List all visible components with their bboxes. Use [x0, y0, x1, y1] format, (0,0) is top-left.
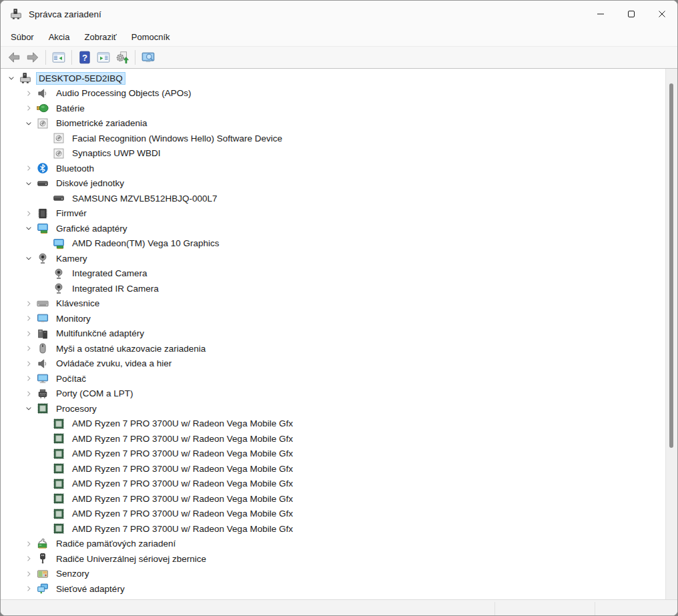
statusbar	[1, 599, 677, 616]
chevron-collapsed-icon[interactable]	[21, 553, 37, 565]
cpu-icon	[53, 508, 65, 519]
tree-item[interactable]: Audio Processing Objects (APOs)	[1, 86, 665, 101]
tree-item-label: AMD Ryzen 7 PRO 3700U w/ Radeon Vega Mob…	[69, 463, 296, 475]
tree-item[interactable]: Integrated Camera	[1, 266, 665, 282]
tree-item[interactable]: Procesory	[1, 401, 665, 416]
arrow-left-icon	[7, 50, 21, 65]
tree-item[interactable]: Grafické adaptéry	[1, 221, 665, 236]
vertical-scrollbar[interactable]	[665, 69, 677, 599]
tree-item[interactable]: DESKTOP-5ED2IBQ	[1, 71, 665, 86]
toolbar-toggle-console-tree-button[interactable]	[49, 49, 68, 66]
chevron-spacer	[37, 238, 53, 249]
audio-icon	[37, 358, 49, 369]
tree-item[interactable]: Bluetooth	[1, 161, 665, 176]
tree-item-label: AMD Ryzen 7 PRO 3700U w/ Radeon Vega Mob…	[69, 432, 296, 445]
help-icon: ?	[77, 50, 92, 65]
chevron-collapsed-icon[interactable]	[21, 388, 37, 399]
toolbar-show-action-pane-button[interactable]	[94, 49, 113, 66]
chevron-collapsed-icon[interactable]	[21, 373, 37, 384]
tree-item-label: SAMSUNG MZVLB512HBJQ-000L7	[69, 192, 220, 205]
toolbar-separator	[135, 50, 135, 65]
maximize-button[interactable]	[616, 1, 647, 27]
chevron-collapsed-icon[interactable]	[21, 87, 37, 99]
toolbar-forward-button[interactable]	[23, 49, 42, 66]
chevron-expanded-icon[interactable]	[21, 117, 37, 129]
chevron-collapsed-icon[interactable]	[21, 313, 37, 324]
tree-item[interactable]: Senzory	[1, 567, 665, 582]
chevron-expanded-icon[interactable]	[21, 253, 37, 264]
action-pane-icon	[96, 50, 111, 65]
chevron-expanded-icon[interactable]	[21, 178, 37, 189]
tree-item[interactable]: Facial Recognition (Windows Hello) Softw…	[1, 131, 665, 146]
tree-item[interactable]: AMD Ryzen 7 PRO 3700U w/ Radeon Vega Mob…	[1, 521, 665, 537]
tree-item[interactable]: Synaptics UWP WBDI	[1, 146, 665, 162]
chevron-collapsed-icon[interactable]	[21, 328, 37, 339]
tree-item-label: Audio Processing Objects (APOs)	[53, 87, 194, 99]
camera-icon	[53, 283, 65, 294]
toolbar-update-driver-button[interactable]	[113, 49, 131, 66]
cpu-icon	[53, 493, 65, 505]
menu-subor[interactable]: Súbor	[3, 30, 41, 44]
tree-item[interactable]: AMD Ryzen 7 PRO 3700U w/ Radeon Vega Mob…	[1, 507, 665, 522]
tree-item[interactable]: Sieťové adaptéry	[1, 581, 665, 597]
chevron-collapsed-icon[interactable]	[21, 208, 37, 219]
device-manager-app-icon	[10, 8, 22, 20]
tree-item-label: Ovládače zvuku, videa a hier	[53, 357, 174, 370]
chevron-expanded-icon[interactable]	[21, 403, 37, 414]
tree-item-label: Senzory	[53, 567, 92, 580]
toolbar-back-button[interactable]	[5, 49, 23, 66]
chevron-collapsed-icon[interactable]	[21, 103, 37, 114]
tree-item-label: Počítač	[53, 372, 89, 385]
network-icon	[37, 583, 49, 595]
camera-icon	[53, 268, 65, 279]
menu-zobrazit[interactable]: Zobraziť	[77, 30, 124, 44]
tree-item[interactable]: Monitory	[1, 311, 665, 326]
tree-item[interactable]: Diskové jednotky	[1, 176, 665, 192]
audio-icon	[37, 87, 49, 99]
tree-item[interactable]: AMD Ryzen 7 PRO 3700U w/ Radeon Vega Mob…	[1, 491, 665, 507]
chevron-expanded-icon[interactable]	[21, 223, 37, 234]
tree-item[interactable]: SAMSUNG MZVLB512HBJQ-000L7	[1, 191, 665, 206]
chevron-collapsed-icon[interactable]	[21, 538, 37, 549]
sensor-icon	[37, 568, 49, 579]
tree-item[interactable]: AMD Ryzen 7 PRO 3700U w/ Radeon Vega Mob…	[1, 477, 665, 492]
device-manager-window: Správca zariadení SúborAkciaZobraziťPomo…	[0, 0, 678, 616]
tree-item[interactable]: AMD Ryzen 7 PRO 3700U w/ Radeon Vega Mob…	[1, 431, 665, 446]
tree-item[interactable]: Porty (COM a LPT)	[1, 386, 665, 402]
scrollbar-thumb[interactable]	[669, 83, 673, 448]
tree-item-label: Myši a ostatné ukazovacie zariadenia	[53, 342, 208, 355]
chevron-expanded-icon[interactable]	[3, 73, 19, 84]
tree-item[interactable]: Radiče Univerzálnej sériovej zbernice	[1, 551, 665, 567]
tree-item[interactable]: Myši a ostatné ukazovacie zariadenia	[1, 341, 665, 356]
tree-item[interactable]: AMD Radeon(TM) Vega 10 Graphics	[1, 236, 665, 252]
tree-item[interactable]: AMD Ryzen 7 PRO 3700U w/ Radeon Vega Mob…	[1, 446, 665, 462]
tree-item[interactable]: Kamery	[1, 251, 665, 266]
chevron-collapsed-icon[interactable]	[21, 343, 37, 354]
tree-item[interactable]: AMD Ryzen 7 PRO 3700U w/ Radeon Vega Mob…	[1, 461, 665, 477]
toolbar: ?	[1, 47, 677, 69]
tree-item[interactable]: Ovládače zvuku, videa a hier	[1, 356, 665, 372]
chevron-spacer	[37, 433, 53, 444]
chevron-collapsed-icon[interactable]	[21, 358, 37, 369]
chevron-collapsed-icon[interactable]	[21, 163, 37, 174]
chevron-collapsed-icon[interactable]	[21, 568, 37, 579]
toolbar-scan-hardware-changes-button[interactable]	[139, 49, 157, 66]
toolbar-help-button[interactable]: ?	[75, 49, 94, 66]
chevron-spacer	[37, 523, 53, 535]
tree-item[interactable]: Klávesnice	[1, 296, 665, 312]
minimize-button[interactable]	[585, 1, 616, 27]
tree-item[interactable]: AMD Ryzen 7 PRO 3700U w/ Radeon Vega Mob…	[1, 416, 665, 432]
tree-item[interactable]: Radiče pamäťových zariadení	[1, 537, 665, 552]
close-button[interactable]	[647, 1, 677, 27]
cpu-icon	[37, 403, 49, 414]
chevron-collapsed-icon[interactable]	[21, 298, 37, 309]
tree-item[interactable]: Integrated IR Camera	[1, 281, 665, 296]
tree-item[interactable]: Multifunkčné adaptéry	[1, 326, 665, 342]
tree-item[interactable]: Počítač	[1, 371, 665, 386]
chevron-collapsed-icon[interactable]	[21, 583, 37, 595]
tree-item[interactable]: Biometrické zariadenia	[1, 116, 665, 131]
menu-akcia[interactable]: Akcia	[41, 30, 77, 44]
tree-item[interactable]: Batérie	[1, 101, 665, 116]
menu-pomocnik[interactable]: Pomocník	[124, 30, 178, 44]
tree-item[interactable]: Firmvér	[1, 206, 665, 222]
